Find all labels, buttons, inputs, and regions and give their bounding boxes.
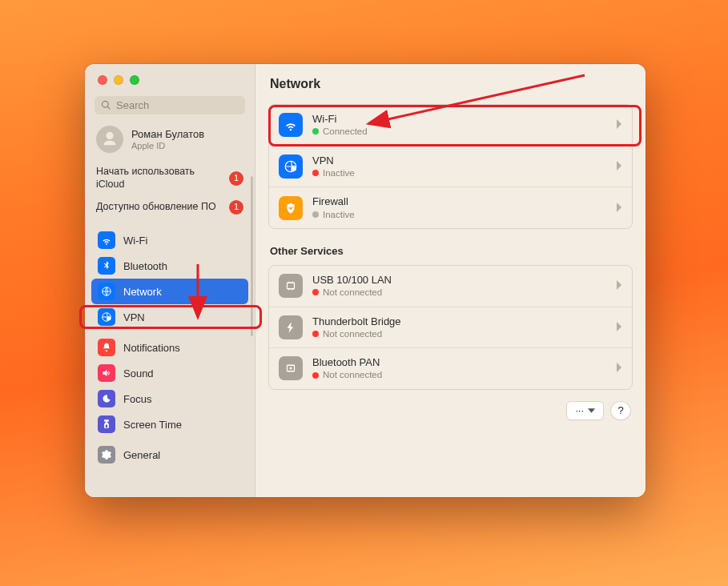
sidebar: Search Роман Булатов Apple ID Начать исп…: [85, 64, 255, 497]
status-dot: [312, 372, 319, 379]
alert-badge: 1: [229, 200, 243, 215]
service-status: Connected: [312, 126, 606, 137]
avatar: [96, 126, 123, 153]
status-dot: [312, 289, 319, 295]
sidebar-item-network[interactable]: Network: [91, 279, 248, 304]
search-input[interactable]: Search: [95, 96, 245, 114]
profile-name: Роман Булатов: [131, 128, 204, 141]
screen-icon: [98, 415, 115, 433]
general-icon: [98, 446, 115, 464]
service-row-usb-10-100-lan[interactable]: USB 10/100 LANNot connected: [269, 266, 632, 307]
sidebar-item-label: Focus: [123, 393, 151, 405]
search-icon: [101, 100, 111, 110]
service-label: Wi-Fi: [312, 113, 606, 126]
fw-icon: [279, 196, 303, 220]
sidebar-item-label: Notifications: [123, 342, 180, 354]
focus-icon: [98, 390, 115, 407]
lan-icon: [279, 274, 303, 298]
main-pane: Network Wi-FiConnectedVPNInactiveFirewal…: [255, 64, 646, 497]
sidebar-item-sound[interactable]: Sound: [91, 360, 248, 386]
search-placeholder: Search: [116, 99, 149, 111]
notif-icon: [98, 339, 115, 356]
net-icon: [98, 283, 115, 300]
vpn-icon: [279, 155, 303, 179]
chevron-right-icon: [616, 118, 622, 132]
sidebar-item-vpn[interactable]: VPN: [91, 304, 248, 330]
sound-icon: [98, 364, 115, 382]
chevron-right-icon: [616, 201, 622, 215]
sidebar-item-label: Network: [123, 286, 162, 298]
other-services-group: USB 10/100 LANNot connectedThunderbolt B…: [268, 265, 633, 390]
service-status: Inactive: [312, 167, 606, 179]
alert-text: Начать использовать iCloud: [96, 166, 216, 191]
chevron-down-icon: [588, 408, 595, 413]
service-row-thunderbolt-bridge[interactable]: Thunderbolt BridgeNot connected: [269, 307, 632, 348]
help-button[interactable]: ?: [610, 401, 631, 420]
vpn-icon: [98, 308, 115, 326]
sidebar-item-wi-fi[interactable]: Wi-Fi: [91, 227, 248, 253]
sidebar-item-screen-time[interactable]: Screen Time: [91, 411, 248, 437]
bt-icon: [98, 257, 115, 275]
chevron-right-icon: [616, 159, 622, 174]
status-dot: [312, 331, 319, 337]
sidebar-item-label: Wi-Fi: [123, 235, 147, 247]
alert-text: Доступно обновление ПО: [96, 201, 216, 214]
sidebar-item-bluetooth[interactable]: Bluetooth: [91, 253, 248, 279]
service-status: Not connected: [312, 328, 606, 339]
more-menu-button[interactable]: ···: [566, 401, 604, 420]
sidebar-item-label: VPN: [123, 311, 145, 323]
profile-row[interactable]: Роман Булатов Apple ID: [85, 121, 255, 161]
service-row-firewall[interactable]: FirewallInactive: [269, 187, 632, 228]
sidebar-item-label: General: [123, 449, 160, 461]
status-dot: [312, 128, 319, 134]
service-label: VPN: [312, 155, 606, 167]
service-label: USB 10/100 LAN: [312, 274, 606, 287]
primary-services-group: Wi-FiConnectedVPNInactiveFirewallInactiv…: [268, 104, 633, 229]
sidebar-item-focus[interactable]: Focus: [91, 386, 248, 411]
service-status: Inactive: [312, 209, 606, 220]
sidebar-item-label: Bluetooth: [123, 260, 167, 272]
tb-icon: [279, 315, 303, 339]
minimize-window-button[interactable]: [114, 75, 123, 85]
section-label: Other Services: [255, 229, 646, 259]
profile-sub: Apple ID: [131, 141, 204, 151]
service-row-bluetooth-pan[interactable]: Bluetooth PANNot connected: [269, 347, 632, 389]
footer: ··· ?: [255, 390, 646, 420]
page-title: Network: [255, 64, 646, 98]
service-status: Not connected: [312, 369, 606, 380]
wifi-icon: [98, 231, 115, 249]
scrollbar[interactable]: [251, 176, 253, 336]
service-row-wi-fi[interactable]: Wi-FiConnected: [269, 105, 632, 146]
status-dot: [312, 170, 319, 176]
system-settings-window: Search Роман Булатов Apple ID Начать исп…: [85, 64, 646, 497]
sidebar-item-general[interactable]: General: [91, 442, 248, 468]
service-status: Not connected: [312, 287, 606, 298]
status-dot: [312, 211, 319, 218]
chevron-right-icon: [616, 320, 622, 335]
close-window-button[interactable]: [98, 75, 107, 85]
sidebar-item-label: Screen Time: [123, 419, 182, 431]
pan-icon: [279, 356, 303, 380]
window-controls: [85, 64, 255, 93]
sidebar-item-label: Sound: [123, 367, 154, 379]
wifi-icon: [279, 113, 303, 137]
svg-rect-7: [288, 283, 295, 289]
chevron-right-icon: [616, 361, 622, 375]
svg-point-9: [290, 367, 292, 370]
service-label: Thunderbolt Bridge: [312, 315, 606, 328]
alert-badge: 1: [229, 171, 243, 186]
service-label: Bluetooth PAN: [312, 356, 606, 369]
alert-row[interactable]: Доступно обновление ПО1: [85, 195, 255, 219]
zoom-window-button[interactable]: [130, 75, 139, 85]
service-row-vpn[interactable]: VPNInactive: [269, 146, 632, 187]
alert-row[interactable]: Начать использовать iCloud1: [85, 161, 255, 195]
sidebar-item-notifications[interactable]: Notifications: [91, 335, 248, 360]
chevron-right-icon: [616, 279, 622, 293]
service-label: Firewall: [312, 195, 606, 208]
